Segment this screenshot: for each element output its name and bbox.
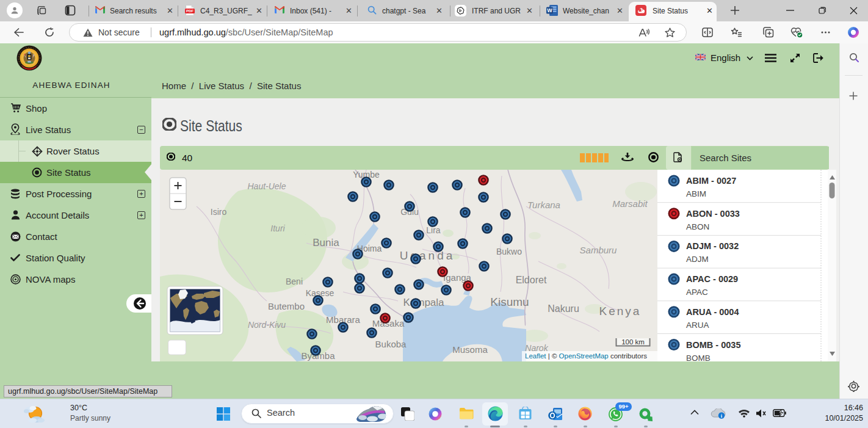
- svg-text:BOMB: BOMB: [686, 354, 711, 362]
- svg-text:Uganda: Uganda: [400, 249, 455, 262]
- svg-text:Haut-Uele: Haut-Uele: [247, 181, 286, 191]
- svg-text:Samburu: Samburu: [580, 245, 618, 255]
- svg-text:Marsabit: Marsabit: [612, 198, 648, 209]
- svg-text:BOMB - 0035: BOMB - 0035: [686, 340, 740, 350]
- svg-text:100 km: 100 km: [621, 338, 645, 346]
- svg-text:ADJM - 0032: ADJM - 0032: [686, 241, 739, 251]
- svg-text:APAC: APAC: [686, 288, 708, 297]
- svg-text:W: W: [547, 7, 552, 13]
- svg-text:Ituri: Ituri: [270, 223, 285, 233]
- svg-text:ADJM: ADJM: [686, 255, 709, 264]
- svg-text:Kenya: Kenya: [599, 305, 642, 317]
- svg-text:Eldoret: Eldoret: [516, 275, 547, 285]
- svg-text:Bukoba: Bukoba: [375, 339, 407, 349]
- svg-text:PDF: PDF: [186, 9, 193, 13]
- svg-text:ABIM - 0027: ABIM - 0027: [686, 176, 736, 186]
- svg-text:Nakuru: Nakuru: [548, 303, 579, 314]
- svg-text:Turkana: Turkana: [527, 200, 560, 210]
- svg-text:Beni: Beni: [286, 277, 303, 286]
- svg-text:Kisumu: Kisumu: [490, 296, 529, 308]
- svg-text:ABON: ABON: [686, 222, 709, 231]
- svg-text:Nord-Kivu: Nord-Kivu: [248, 320, 286, 330]
- svg-text:ARUA - 0004: ARUA - 0004: [686, 307, 739, 317]
- svg-text:Butembo: Butembo: [268, 301, 305, 311]
- svg-text:Leaflet | © OpenStreetMap cont: Leaflet | © OpenStreetMap contributors: [525, 352, 647, 360]
- svg-text:Kampala: Kampala: [403, 297, 444, 308]
- svg-text:Isiro: Isiro: [211, 207, 227, 217]
- svg-text:Bunia: Bunia: [313, 237, 339, 248]
- svg-text:ARUA: ARUA: [686, 321, 709, 330]
- svg-text:Bukwo: Bukwo: [496, 247, 522, 256]
- svg-text:APAC - 0029: APAC - 0029: [686, 274, 738, 284]
- svg-text:ABON - 0033: ABON - 0033: [686, 209, 740, 219]
- svg-text:Musoma: Musoma: [452, 344, 488, 355]
- svg-text:ABIM: ABIM: [686, 189, 706, 198]
